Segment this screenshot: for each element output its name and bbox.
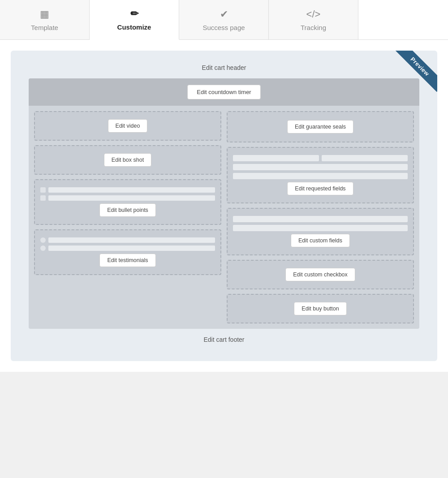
video-section[interactable]: Edit video [34,111,221,141]
canvas-wrapper: Preview Edit cart header Edit countdown … [11,51,437,361]
mock-phone [233,173,408,179]
edit-box-shot-button[interactable]: Edit box shot [104,153,151,167]
cart-box: Edit countdown timer Edit video Edit box… [29,78,419,329]
preview-ribbon-label: Preview [395,51,437,92]
preview-ribbon: Preview [388,51,437,100]
mock-line-2 [48,195,215,201]
mock-custom-2 [233,225,408,231]
left-column: Edit video Edit box shot [34,111,221,323]
tab-tracking[interactable]: </> Tracking [269,0,358,39]
cart-footer-button[interactable]: Edit cart footer [29,336,419,343]
mock-name-row [233,155,408,161]
tab-success[interactable]: ✔ Success page [179,0,269,39]
edit-custom-checkbox-button[interactable]: Edit custom checkbox [285,268,355,281]
mock-custom-input-2 [233,225,408,231]
mock-checkbox-2 [40,195,46,201]
mock-custom-1 [233,216,408,222]
mock-radio-line-1 [48,237,215,243]
tab-template[interactable]: ▦ Template [0,0,90,39]
edit-bullet-points-button[interactable]: Edit bullet points [99,203,156,217]
buy-button-section[interactable]: Edit buy button [227,294,414,323]
box-shot-section[interactable]: Edit box shot [34,145,221,175]
tab-customize[interactable]: ✏ Customize [90,0,179,40]
guarantee-seals-section[interactable]: Edit guarantee seals [227,111,414,142]
tab-template-label: Template [31,24,58,31]
mock-bullet-2 [40,195,215,201]
edit-requested-fields-button[interactable]: Edit requested fields [287,182,353,195]
tracking-icon: </> [306,9,321,20]
mock-email-row [233,164,408,170]
mock-email [233,164,408,170]
right-column: Edit guarantee seals [227,111,414,323]
countdown-timer-button[interactable]: Edit countdown timer [187,85,260,99]
testimonials-section[interactable]: Edit testimonials [34,229,221,275]
tab-customize-label: Customize [117,23,151,31]
requested-fields-section[interactable]: Edit requested fields [227,147,414,203]
mock-firstname [233,155,319,161]
edit-buy-button-button[interactable]: Edit buy button [294,302,346,315]
mock-radio-1 [40,237,46,243]
mock-lastname [322,155,408,161]
template-icon: ▦ [40,9,49,20]
mock-testimonial-1 [40,237,215,243]
mock-checkbox-1 [40,187,46,193]
mock-custom-input-1 [233,216,408,222]
countdown-bar: Edit countdown timer [29,78,419,106]
main-content: Preview Edit cart header Edit countdown … [0,40,448,372]
custom-fields-section[interactable]: Edit custom fields [227,208,414,255]
custom-checkbox-section[interactable]: Edit custom checkbox [227,260,414,289]
success-icon: ✔ [220,9,228,20]
mock-radio-line-2 [48,245,215,251]
edit-guarantee-seals-button[interactable]: Edit guarantee seals [287,120,353,133]
customize-icon: ✏ [130,8,138,20]
mock-line-1 [48,187,215,193]
mock-radio-2 [40,245,46,251]
tabs-bar: ▦ Template ✏ Customize ✔ Success page </… [0,0,448,40]
edit-testimonials-button[interactable]: Edit testimonials [99,254,155,267]
bullet-points-section[interactable]: Edit bullet points [34,179,221,225]
mock-phone-row [233,173,408,179]
cart-header-button[interactable]: Edit cart header [29,64,419,71]
cart-columns: Edit video Edit box shot [29,106,419,329]
edit-video-button[interactable]: Edit video [108,119,148,133]
mock-testimonial-2 [40,245,215,251]
tab-tracking-label: Tracking [301,24,326,31]
edit-custom-fields-button[interactable]: Edit custom fields [291,234,350,247]
mock-bullet-1 [40,187,215,193]
tab-success-label: Success page [202,24,245,31]
